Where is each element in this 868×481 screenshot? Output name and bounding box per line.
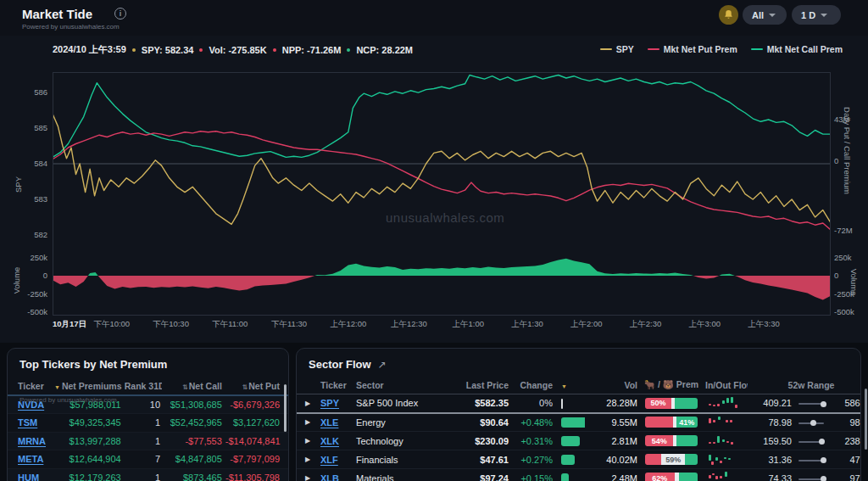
legend-item-spy[interactable]: SPY [600, 44, 634, 54]
legend-spy-label: SPY [616, 44, 634, 54]
ticker-link[interactable]: HUM [18, 473, 39, 481]
filter-all-label: All [752, 10, 764, 20]
put-line-swatch [648, 48, 659, 51]
readout-ncp: NCP: 28.22M [356, 45, 413, 55]
range-high: 238.14 [827, 432, 861, 450]
range-dot [821, 457, 826, 463]
legend-item-call[interactable]: Mkt Net Call Prem [751, 44, 843, 54]
col-sector[interactable]: Sector [354, 376, 449, 394]
ticker-link[interactable]: XLB [320, 473, 339, 481]
net-put-value: -$14,074,841 [225, 436, 281, 446]
expand-caret-icon[interactable]: ▶ [297, 432, 319, 450]
range-high: 47.81 [827, 450, 861, 469]
expand-caret-icon[interactable]: ▶ [297, 469, 319, 481]
range-dot [821, 401, 826, 407]
top-tickers-panel: Top Tickers by Net Premium Ticker ▼Net P… [7, 348, 289, 481]
last-price: $90.64 [449, 413, 510, 432]
range-low: 78.98 [748, 413, 793, 432]
chart-watermark: unusualwhales.com [386, 210, 504, 225]
col-rank-31d[interactable]: Rank 31D [123, 378, 162, 395]
timeframe-dropdown[interactable]: 1 D [792, 5, 841, 25]
legend-item-put[interactable]: Mkt Net Put Prem [648, 44, 737, 54]
range-low: 74.33 [748, 469, 793, 481]
change-value: 0% [539, 398, 553, 408]
notifications-button[interactable] [719, 5, 738, 25]
col-change[interactable]: Change [510, 376, 554, 394]
powered-by-label: Powered by unusualwhales.com [22, 23, 120, 31]
market-tide-app: Market Tide i Powered by unusualwhales.c… [0, 0, 868, 481]
legend-call-label: Mkt Net Call Prem [767, 44, 843, 54]
panel-scrollbar[interactable] [284, 384, 287, 432]
col-ticker[interactable]: Ticker [319, 376, 354, 394]
top-tickers-title: Top Tickers by Net Premium [19, 358, 167, 371]
col-net-premiums[interactable]: ▼Net Premiums [53, 378, 123, 395]
col-prem[interactable]: 🐂 / 🐻 Prem [639, 376, 704, 394]
table-row[interactable]: NVDA $57,988,011 10 $51,308,685 -$6,679,… [8, 395, 288, 414]
volume-axis-title-left: Volume [12, 267, 21, 294]
sector-row[interactable]: ▶ XLF Financials $47.61 +0.27% 40.02M 59… [297, 450, 861, 469]
change-value: +0.27% [520, 455, 553, 465]
change-value: +0.31% [520, 436, 553, 446]
net-call-value: $873,465 [183, 473, 222, 481]
table-row[interactable]: META $12,644,904 7 $4,847,805 -$7,797,09… [8, 450, 288, 469]
change-value: +0.15% [520, 473, 553, 481]
col-net-put[interactable]: ⇅Net Put [224, 378, 288, 395]
ticker-link[interactable]: XLF [320, 455, 338, 465]
page-title: Market Tide [22, 7, 92, 21]
ticker-link[interactable]: META [18, 454, 43, 464]
ticker-link[interactable]: XLK [320, 436, 339, 446]
bell-icon [723, 9, 734, 20]
timeframe-label: 1 D [801, 10, 815, 20]
net-premium-value: $49,325,345 [53, 414, 123, 433]
expand-caret-icon[interactable]: ▶ [297, 413, 319, 432]
range-low: 409.21 [748, 394, 793, 413]
info-icon[interactable]: i [114, 8, 126, 20]
sector-name: S&P 500 Index [354, 394, 449, 413]
ticker-link[interactable]: XLE [320, 417, 338, 428]
range-slider [798, 460, 824, 461]
ticker-link[interactable]: SPY [320, 398, 339, 408]
sector-row[interactable]: ▶ SPY S&P 500 Index $582.35 0% 28.28M 50… [297, 394, 861, 413]
range-dot [819, 439, 825, 445]
col-vol[interactable]: Vol [585, 376, 639, 394]
premium-axis-title: Daily Put / Call Premium [843, 107, 852, 194]
col-last-price[interactable]: Last Price [449, 376, 510, 394]
spy-axis-title: SPY [14, 176, 23, 193]
col-52w-range[interactable]: 52w Range [748, 376, 861, 394]
col-net-call[interactable]: ⇅Net Call [162, 378, 224, 395]
spy-dot [132, 48, 136, 52]
readout-vol: Vol: -275.85K [209, 45, 266, 55]
change-bar [561, 473, 569, 481]
range-dot [821, 476, 826, 481]
sector-row[interactable]: ▶ XLK Technology $230.09 +0.31% 2.81M 54… [297, 432, 861, 450]
ticker-link[interactable]: NVDA [18, 400, 44, 410]
net-premium-value: $12,644,904 [53, 450, 123, 469]
expand-caret-icon[interactable]: ▶ [297, 394, 319, 413]
net-call-value: $4,847,805 [175, 454, 222, 464]
table-row[interactable]: TSM $49,325,345 1 $52,452,965 $3,127,620 [8, 414, 288, 433]
sector-row[interactable]: ▶ XLE Energy $90.64 +0.48% 9.55M 41% 78.… [297, 413, 861, 432]
open-external-icon[interactable]: ↗ [378, 359, 387, 371]
net-put-value: $3,127,620 [233, 417, 280, 428]
ticker-link[interactable]: TSM [18, 417, 37, 428]
sector-name: Materials [354, 469, 449, 481]
col-ticker[interactable]: Ticker [8, 378, 53, 395]
sector-row[interactable]: ▶ XLB Materials $97.24 +0.15% 2.48M 62% … [297, 469, 861, 481]
table-row[interactable]: MRNA $13,997,288 1 -$77,553 -$14,074,841 [8, 432, 288, 450]
ticker-link[interactable]: MRNA [18, 436, 46, 446]
market-tide-chart-card: 2024/10 上午3:59 SPY: 582.34 Vol: -275.85K… [0, 36, 868, 343]
inout-flow-sparkline [707, 471, 744, 481]
volume-value: 2.81M [585, 432, 639, 450]
change-sort-icon[interactable]: ▼ [554, 376, 585, 394]
market-tide-chart[interactable] [53, 72, 831, 316]
sector-name: Technology [354, 432, 449, 450]
expand-caret-icon[interactable]: ▶ [297, 450, 319, 469]
rank-value: 1 [123, 432, 162, 450]
net-call-value: $52,452,965 [170, 417, 222, 428]
filter-all-dropdown[interactable]: All [743, 5, 787, 25]
net-call-value: $51,308,685 [170, 400, 222, 410]
bull-bear-premium-bar: 50% [645, 398, 698, 409]
col-inout-flow[interactable]: In/Out Flow [704, 376, 748, 394]
table-row[interactable]: HUM $12,179,263 1 $873,465 -$11,305,798 [8, 468, 288, 481]
scrollbar[interactable] [865, 389, 867, 450]
